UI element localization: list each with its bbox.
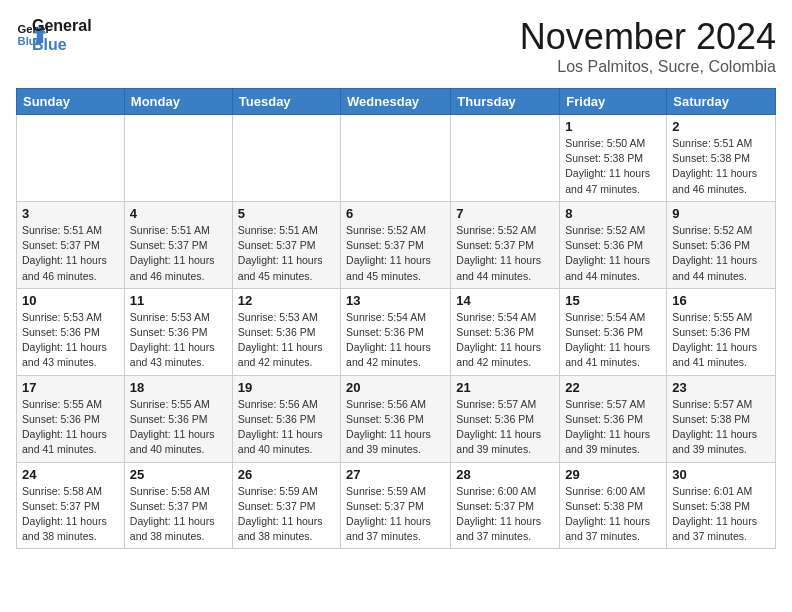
table-row: 9Sunrise: 5:52 AM Sunset: 5:36 PM Daylig… (667, 201, 776, 288)
title-block: November 2024 Los Palmitos, Sucre, Colom… (520, 16, 776, 76)
table-row: 24Sunrise: 5:58 AM Sunset: 5:37 PM Dayli… (17, 462, 125, 549)
table-row: 25Sunrise: 5:58 AM Sunset: 5:37 PM Dayli… (124, 462, 232, 549)
day-info: Sunrise: 5:59 AM Sunset: 5:37 PM Dayligh… (346, 484, 445, 545)
calendar-week-row: 24Sunrise: 5:58 AM Sunset: 5:37 PM Dayli… (17, 462, 776, 549)
day-number: 20 (346, 380, 445, 395)
day-info: Sunrise: 5:52 AM Sunset: 5:37 PM Dayligh… (346, 223, 445, 284)
day-info: Sunrise: 5:50 AM Sunset: 5:38 PM Dayligh… (565, 136, 661, 197)
table-row: 28Sunrise: 6:00 AM Sunset: 5:37 PM Dayli… (451, 462, 560, 549)
table-row: 2Sunrise: 5:51 AM Sunset: 5:38 PM Daylig… (667, 115, 776, 202)
month-title: November 2024 (520, 16, 776, 58)
day-number: 12 (238, 293, 335, 308)
day-number: 4 (130, 206, 227, 221)
calendar-week-row: 17Sunrise: 5:55 AM Sunset: 5:36 PM Dayli… (17, 375, 776, 462)
day-number: 16 (672, 293, 770, 308)
day-info: Sunrise: 5:57 AM Sunset: 5:36 PM Dayligh… (456, 397, 554, 458)
day-number: 25 (130, 467, 227, 482)
table-row (232, 115, 340, 202)
day-number: 15 (565, 293, 661, 308)
day-number: 11 (130, 293, 227, 308)
day-info: Sunrise: 5:59 AM Sunset: 5:37 PM Dayligh… (238, 484, 335, 545)
header-wednesday: Wednesday (341, 89, 451, 115)
table-row: 21Sunrise: 5:57 AM Sunset: 5:36 PM Dayli… (451, 375, 560, 462)
calendar-week-row: 10Sunrise: 5:53 AM Sunset: 5:36 PM Dayli… (17, 288, 776, 375)
day-info: Sunrise: 5:52 AM Sunset: 5:36 PM Dayligh… (565, 223, 661, 284)
calendar-table: Sunday Monday Tuesday Wednesday Thursday… (16, 88, 776, 549)
table-row (124, 115, 232, 202)
table-row: 27Sunrise: 5:59 AM Sunset: 5:37 PM Dayli… (341, 462, 451, 549)
header-tuesday: Tuesday (232, 89, 340, 115)
day-info: Sunrise: 5:54 AM Sunset: 5:36 PM Dayligh… (456, 310, 554, 371)
calendar-header-row: Sunday Monday Tuesday Wednesday Thursday… (17, 89, 776, 115)
day-info: Sunrise: 5:51 AM Sunset: 5:37 PM Dayligh… (238, 223, 335, 284)
day-number: 29 (565, 467, 661, 482)
table-row: 10Sunrise: 5:53 AM Sunset: 5:36 PM Dayli… (17, 288, 125, 375)
header-thursday: Thursday (451, 89, 560, 115)
table-row: 7Sunrise: 5:52 AM Sunset: 5:37 PM Daylig… (451, 201, 560, 288)
day-info: Sunrise: 5:57 AM Sunset: 5:36 PM Dayligh… (565, 397, 661, 458)
day-number: 5 (238, 206, 335, 221)
calendar-week-row: 1Sunrise: 5:50 AM Sunset: 5:38 PM Daylig… (17, 115, 776, 202)
table-row: 4Sunrise: 5:51 AM Sunset: 5:37 PM Daylig… (124, 201, 232, 288)
logo-general: General (32, 16, 92, 35)
table-row: 26Sunrise: 5:59 AM Sunset: 5:37 PM Dayli… (232, 462, 340, 549)
day-info: Sunrise: 6:00 AM Sunset: 5:38 PM Dayligh… (565, 484, 661, 545)
day-info: Sunrise: 6:00 AM Sunset: 5:37 PM Dayligh… (456, 484, 554, 545)
table-row: 22Sunrise: 5:57 AM Sunset: 5:36 PM Dayli… (560, 375, 667, 462)
table-row: 14Sunrise: 5:54 AM Sunset: 5:36 PM Dayli… (451, 288, 560, 375)
day-info: Sunrise: 5:54 AM Sunset: 5:36 PM Dayligh… (346, 310, 445, 371)
day-info: Sunrise: 5:58 AM Sunset: 5:37 PM Dayligh… (130, 484, 227, 545)
table-row (17, 115, 125, 202)
day-number: 19 (238, 380, 335, 395)
day-info: Sunrise: 5:53 AM Sunset: 5:36 PM Dayligh… (238, 310, 335, 371)
table-row: 5Sunrise: 5:51 AM Sunset: 5:37 PM Daylig… (232, 201, 340, 288)
day-info: Sunrise: 5:57 AM Sunset: 5:38 PM Dayligh… (672, 397, 770, 458)
table-row: 6Sunrise: 5:52 AM Sunset: 5:37 PM Daylig… (341, 201, 451, 288)
header-sunday: Sunday (17, 89, 125, 115)
table-row: 1Sunrise: 5:50 AM Sunset: 5:38 PM Daylig… (560, 115, 667, 202)
table-row (341, 115, 451, 202)
table-row: 18Sunrise: 5:55 AM Sunset: 5:36 PM Dayli… (124, 375, 232, 462)
table-row: 30Sunrise: 6:01 AM Sunset: 5:38 PM Dayli… (667, 462, 776, 549)
table-row: 17Sunrise: 5:55 AM Sunset: 5:36 PM Dayli… (17, 375, 125, 462)
day-info: Sunrise: 5:53 AM Sunset: 5:36 PM Dayligh… (130, 310, 227, 371)
table-row: 11Sunrise: 5:53 AM Sunset: 5:36 PM Dayli… (124, 288, 232, 375)
day-info: Sunrise: 5:55 AM Sunset: 5:36 PM Dayligh… (130, 397, 227, 458)
table-row: 8Sunrise: 5:52 AM Sunset: 5:36 PM Daylig… (560, 201, 667, 288)
day-number: 13 (346, 293, 445, 308)
day-number: 21 (456, 380, 554, 395)
day-info: Sunrise: 5:52 AM Sunset: 5:37 PM Dayligh… (456, 223, 554, 284)
day-number: 14 (456, 293, 554, 308)
day-number: 30 (672, 467, 770, 482)
header-friday: Friday (560, 89, 667, 115)
day-number: 23 (672, 380, 770, 395)
day-info: Sunrise: 5:55 AM Sunset: 5:36 PM Dayligh… (22, 397, 119, 458)
day-number: 9 (672, 206, 770, 221)
logo: General Blue General Blue (16, 16, 92, 54)
day-number: 18 (130, 380, 227, 395)
table-row: 3Sunrise: 5:51 AM Sunset: 5:37 PM Daylig… (17, 201, 125, 288)
day-info: Sunrise: 6:01 AM Sunset: 5:38 PM Dayligh… (672, 484, 770, 545)
day-number: 8 (565, 206, 661, 221)
day-number: 2 (672, 119, 770, 134)
day-info: Sunrise: 5:53 AM Sunset: 5:36 PM Dayligh… (22, 310, 119, 371)
day-info: Sunrise: 5:51 AM Sunset: 5:37 PM Dayligh… (130, 223, 227, 284)
day-number: 28 (456, 467, 554, 482)
table-row: 16Sunrise: 5:55 AM Sunset: 5:36 PM Dayli… (667, 288, 776, 375)
header-saturday: Saturday (667, 89, 776, 115)
day-number: 10 (22, 293, 119, 308)
table-row: 15Sunrise: 5:54 AM Sunset: 5:36 PM Dayli… (560, 288, 667, 375)
day-info: Sunrise: 5:51 AM Sunset: 5:37 PM Dayligh… (22, 223, 119, 284)
day-info: Sunrise: 5:51 AM Sunset: 5:38 PM Dayligh… (672, 136, 770, 197)
day-number: 24 (22, 467, 119, 482)
day-info: Sunrise: 5:55 AM Sunset: 5:36 PM Dayligh… (672, 310, 770, 371)
day-number: 3 (22, 206, 119, 221)
table-row: 12Sunrise: 5:53 AM Sunset: 5:36 PM Dayli… (232, 288, 340, 375)
day-number: 7 (456, 206, 554, 221)
day-number: 6 (346, 206, 445, 221)
day-info: Sunrise: 5:56 AM Sunset: 5:36 PM Dayligh… (346, 397, 445, 458)
day-number: 1 (565, 119, 661, 134)
day-info: Sunrise: 5:56 AM Sunset: 5:36 PM Dayligh… (238, 397, 335, 458)
day-info: Sunrise: 5:52 AM Sunset: 5:36 PM Dayligh… (672, 223, 770, 284)
table-row: 20Sunrise: 5:56 AM Sunset: 5:36 PM Dayli… (341, 375, 451, 462)
